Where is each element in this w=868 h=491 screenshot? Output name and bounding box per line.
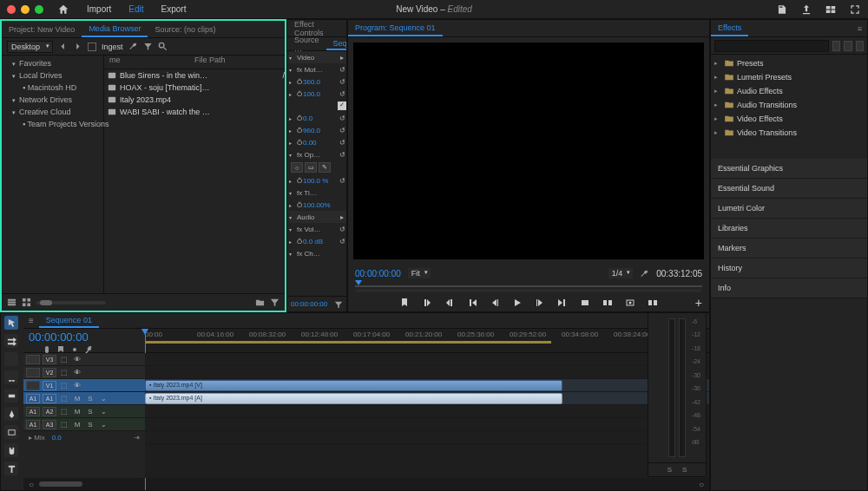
audio-track-header[interactable]: A1A3⬚MS⌄ xyxy=(23,418,145,431)
timeline-ruler[interactable]: 00:0000:04:16:0000:08:32:0000:12:48:0000… xyxy=(145,329,709,352)
video-track-header[interactable]: V1⬚👁 xyxy=(23,379,145,392)
play-icon[interactable] xyxy=(512,298,523,308)
export-frame-icon[interactable] xyxy=(625,298,635,308)
back-icon[interactable] xyxy=(58,42,68,51)
tab-program[interactable]: Program: Sequence 01 xyxy=(348,20,443,36)
new-folder-icon[interactable] xyxy=(255,298,265,307)
tab-source[interactable]: Source: (no clips) xyxy=(148,21,222,37)
extract-icon[interactable] xyxy=(602,298,613,308)
workspace-export[interactable]: Export xyxy=(153,4,195,14)
side-panel-markers[interactable]: Markers xyxy=(711,239,867,259)
comparison-icon[interactable] xyxy=(648,298,658,308)
tree-local-drives[interactable]: ▾Local Drives xyxy=(3,69,102,82)
go-to-in-icon[interactable] xyxy=(467,298,477,308)
audio-track-header[interactable]: A1A2⬚MS⌄ xyxy=(23,405,145,418)
list-item[interactable]: WABI SABI - watch the … xyxy=(104,106,285,118)
tab-effect-controls[interactable]: Effect Controls xyxy=(287,20,346,36)
tree-network-drives[interactable]: ▾Network Drives xyxy=(3,94,102,106)
side-panel-info[interactable]: Info xyxy=(711,278,867,298)
effects-folder[interactable]: ▸Presets xyxy=(713,56,865,70)
track-select-tool[interactable] xyxy=(4,334,18,348)
wrench-icon[interactable] xyxy=(640,269,649,278)
panel-menu-icon[interactable]: ≡ xyxy=(29,316,34,325)
timeline-scrollbar[interactable]: ○ ○ xyxy=(23,478,709,490)
tab-sequence[interactable]: Sequence 01 xyxy=(39,313,99,328)
button-editor-icon[interactable]: + xyxy=(695,296,702,310)
side-panel-essential-graphics[interactable]: Essential Graphics xyxy=(711,159,867,179)
workspace-import[interactable]: Import xyxy=(78,4,120,14)
search-icon[interactable] xyxy=(158,42,168,51)
accel-badge[interactable] xyxy=(832,41,840,51)
hand-tool[interactable] xyxy=(4,443,18,457)
razor-tool[interactable] xyxy=(4,370,18,384)
side-panel-libraries[interactable]: Libraries xyxy=(711,219,867,239)
type-tool[interactable] xyxy=(4,462,18,475)
tree-favorites[interactable]: ▾Favorites xyxy=(3,57,102,69)
filter-results-icon[interactable] xyxy=(270,298,279,307)
wrench-icon[interactable] xyxy=(128,42,138,51)
list-item[interactable]: Blue Sirens - in the win…/ xyxy=(104,69,285,82)
effects-search-input[interactable] xyxy=(714,40,829,52)
zoom-window[interactable] xyxy=(35,5,43,14)
program-timecode-left[interactable]: 00:00:00:00 xyxy=(355,269,401,278)
thumb-view-icon[interactable] xyxy=(22,298,31,307)
column-name[interactable]: me xyxy=(104,56,191,69)
quick-export-icon[interactable] xyxy=(776,3,788,16)
home-icon[interactable] xyxy=(57,3,69,16)
minimize-window[interactable] xyxy=(21,5,30,14)
out-point-icon[interactable] xyxy=(444,298,455,308)
lift-icon[interactable] xyxy=(580,298,590,308)
side-panel-lumetri-color[interactable]: Lumetri Color xyxy=(711,199,867,219)
tree-macintosh-hd[interactable]: ▪ Macintosh HD xyxy=(3,82,102,94)
rectangle-tool[interactable] xyxy=(4,425,18,439)
tab-effects[interactable]: Effects xyxy=(711,20,748,36)
side-panel-essential-sound[interactable]: Essential Sound xyxy=(711,179,867,199)
solo-right[interactable]: S xyxy=(682,466,687,474)
effects-folder[interactable]: ▸Audio Transitions xyxy=(713,98,865,112)
program-view[interactable] xyxy=(353,43,704,259)
pen-tool[interactable] xyxy=(4,407,18,421)
side-panel-history[interactable]: History xyxy=(711,259,867,278)
step-fwd-icon[interactable] xyxy=(535,298,545,308)
close-window[interactable] xyxy=(7,5,16,14)
workspace-menu-icon[interactable] xyxy=(825,3,837,16)
go-to-out-icon[interactable] xyxy=(557,298,568,308)
list-view-icon[interactable] xyxy=(7,298,16,307)
fullscreen-icon[interactable] xyxy=(849,3,861,16)
resolution-dropdown[interactable]: 1/4 xyxy=(608,268,634,278)
selection-tool[interactable] xyxy=(4,316,18,330)
yuv-badge[interactable] xyxy=(856,41,864,51)
effects-folder[interactable]: ▸Lumetri Presets xyxy=(713,70,865,84)
workspace-edit[interactable]: Edit xyxy=(120,4,152,14)
share-icon[interactable] xyxy=(800,3,812,16)
tab-media-browser[interactable]: Media Browser xyxy=(82,21,148,37)
audio-track-header[interactable]: A1A1⬚MS⌄ xyxy=(23,392,145,405)
ripple-edit-tool[interactable] xyxy=(4,352,18,366)
list-item[interactable]: Italy 2023.mp4 xyxy=(104,94,285,106)
tab-sequence-trunc[interactable]: Seq… xyxy=(326,37,347,50)
zoom-fit-dropdown[interactable]: Fit xyxy=(408,268,431,278)
tree-team-projects[interactable]: ▪ Team Projects Versions xyxy=(3,118,102,130)
filter-icon[interactable] xyxy=(143,42,153,51)
tab-project[interactable]: Project: New Video xyxy=(2,21,82,37)
forward-icon[interactable] xyxy=(73,42,82,51)
tab-source-trunc[interactable]: Source … xyxy=(287,37,326,50)
timeline-timecode[interactable]: 00:00:00:00 xyxy=(29,331,140,344)
in-point-icon[interactable] xyxy=(422,298,432,308)
video-clip[interactable]: ▪ Italy 2023.mp4 [V] xyxy=(145,380,562,391)
32bit-badge[interactable] xyxy=(844,41,852,51)
video-track-header[interactable]: V3⬚👁 xyxy=(23,353,145,366)
effects-folder[interactable]: ▸Video Transitions xyxy=(713,126,865,140)
effects-folder[interactable]: ▸Audio Effects xyxy=(713,84,865,98)
filter-icon[interactable] xyxy=(334,300,343,309)
effect-controls-list[interactable]: ▾Video▸▾fx Mot…↺▸Ŏ360.0↺▸Ŏ100.0↺✓▸Ŏ0.0↺▸… xyxy=(287,51,346,296)
ingest-checkbox[interactable] xyxy=(88,43,96,51)
program-scrubber[interactable] xyxy=(355,280,702,292)
column-file-path[interactable]: File Path xyxy=(191,56,285,69)
audio-clip[interactable]: ▪ Italy 2023.mp4 [A] xyxy=(145,393,562,404)
thumbnail-size-slider[interactable] xyxy=(36,301,106,304)
location-dropdown[interactable]: Desktop xyxy=(7,41,53,53)
marker-icon[interactable] xyxy=(399,298,410,308)
step-back-icon[interactable] xyxy=(490,298,500,308)
list-item[interactable]: HOAX - soju [Thematic]… xyxy=(104,82,285,94)
